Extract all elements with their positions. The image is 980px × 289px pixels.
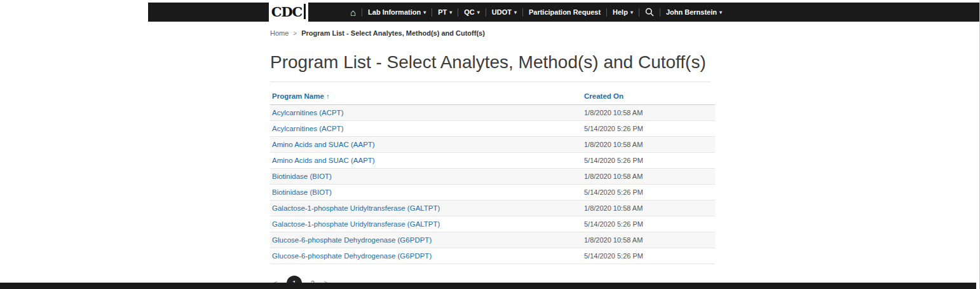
program-link[interactable]: Galactose-1-phosphate Uridyltransferase …	[272, 220, 440, 228]
table-row: Amino Acids and SUAC (AAPT) 1/8/2020 10:…	[270, 137, 715, 153]
chevron-down-icon: ▾	[449, 10, 452, 15]
nav-separator	[660, 8, 660, 17]
column-header-label: Program Name	[272, 92, 324, 100]
nav-item-qc[interactable]: QC ▾	[464, 8, 480, 16]
column-header-program-name[interactable]: Program Name ↑	[270, 86, 582, 105]
nav-user-label: John Bernstein	[666, 8, 717, 16]
breadcrumb-separator: >	[293, 30, 297, 37]
table-row: Amino Acids and SUAC (AAPT) 5/14/2020 5:…	[270, 153, 715, 169]
created-on-value: 1/8/2020 10:58 AM	[582, 232, 715, 248]
table-row: Biotinidase (BIOT) 5/14/2020 5:26 PM	[270, 185, 715, 201]
nav-separator	[486, 8, 486, 17]
table-row: Biotinidase (BIOT) 1/8/2020 10:58 AM	[270, 169, 715, 185]
cdc-logo-bar	[304, 4, 306, 19]
program-link[interactable]: Amino Acids and SUAC (AAPT)	[272, 141, 375, 148]
created-on-value: 5/14/2020 5:26 PM	[582, 121, 715, 137]
nav-separator	[522, 8, 523, 17]
program-link[interactable]: Glucose-6-phosphate Dehydrogenase (G6PDP…	[272, 252, 432, 260]
cdc-logo[interactable]: CDC	[269, 1, 308, 22]
nav-item-label: Help	[613, 8, 628, 16]
program-link[interactable]: Amino Acids and SUAC (AAPT)	[272, 157, 375, 164]
nav-item-lab-information[interactable]: Lab Information ▾	[368, 8, 426, 16]
program-link[interactable]: Acylcarnitines (ACPT)	[272, 109, 343, 116]
nav-user-menu[interactable]: John Bernstein ▾	[666, 8, 722, 16]
breadcrumb: Home > Program List - Select Analytes, M…	[270, 29, 715, 37]
cdc-logo-text: CDC	[271, 4, 303, 20]
chevron-down-icon: ▾	[477, 10, 480, 15]
breadcrumb-home-link[interactable]: Home	[270, 29, 289, 37]
table-row: Acylcarnitines (ACPT) 5/14/2020 5:26 PM	[270, 121, 715, 137]
program-link[interactable]: Glucose-6-phosphate Dehydrogenase (G6PDP…	[272, 236, 432, 244]
column-header-created-on[interactable]: Created On	[582, 86, 715, 105]
chevron-down-icon: ▾	[719, 10, 722, 15]
nav-item-help[interactable]: Help ▾	[613, 8, 633, 16]
chevron-down-icon: ▾	[514, 10, 517, 15]
chevron-down-icon: ▾	[630, 10, 633, 15]
nav-home-button[interactable]: ⌂	[350, 8, 356, 17]
created-on-value: 5/14/2020 5:26 PM	[582, 248, 715, 264]
table-row: Galactose-1-phosphate Uridyltransferase …	[270, 216, 715, 232]
home-icon: ⌂	[350, 8, 356, 17]
program-link[interactable]: Biotinidase (BIOT)	[272, 188, 332, 196]
program-link[interactable]: Biotinidase (BIOT)	[272, 173, 332, 180]
program-table: Program Name ↑ Created On Acylcarnitines…	[270, 86, 715, 264]
created-on-value: 5/14/2020 5:26 PM	[582, 185, 715, 201]
nav-item-udot[interactable]: UDOT ▾	[492, 8, 517, 16]
nav-separator	[362, 8, 362, 17]
created-on-value: 1/8/2020 10:58 AM	[582, 169, 715, 185]
breadcrumb-current: Program List - Select Analytes, Method(s…	[301, 29, 485, 37]
created-on-value: 1/8/2020 10:58 AM	[582, 137, 715, 153]
nav-item-label: UDOT	[492, 8, 512, 16]
created-on-value: 1/8/2020 10:58 AM	[582, 105, 715, 121]
main-content: Home > Program List - Select Analytes, M…	[270, 29, 715, 289]
page: { "nav": { "logo_text": "CDC", "icons": …	[0, 0, 980, 289]
chevron-down-icon: ▾	[423, 10, 426, 15]
nav-separator	[606, 8, 607, 17]
nav-separator	[639, 8, 639, 17]
table-row: Glucose-6-phosphate Dehydrogenase (G6PDP…	[270, 248, 715, 264]
created-on-value: 5/14/2020 5:26 PM	[582, 153, 715, 169]
nav-item-label: QC	[464, 8, 475, 16]
nav-item-label: Lab Information	[368, 8, 421, 16]
program-link[interactable]: Galactose-1-phosphate Uridyltransferase …	[272, 204, 440, 212]
page-title: Program List - Select Analytes, Method(s…	[270, 52, 715, 73]
top-nav-bar: CDC ⌂ Lab Information ▾ PT ▾ QC ▾ UDOT ▾…	[148, 3, 979, 22]
title-divider	[270, 81, 711, 82]
nav-item-pt[interactable]: PT ▾	[438, 8, 452, 16]
nav-separator	[432, 8, 432, 17]
table-row: Acylcarnitines (ACPT) 1/8/2020 10:58 AM	[270, 105, 715, 121]
table-row: Galactose-1-phosphate Uridyltransferase …	[270, 201, 715, 216]
search-icon	[645, 8, 654, 17]
program-link[interactable]: Acylcarnitines (ACPT)	[272, 125, 343, 132]
footer-bar	[0, 283, 976, 289]
nav-menu: ⌂ Lab Information ▾ PT ▾ QC ▾ UDOT ▾ Par…	[350, 8, 722, 17]
nav-item-participation-request[interactable]: Participation Request	[529, 8, 601, 16]
sort-ascending-icon: ↑	[326, 92, 330, 100]
created-on-value: 1/8/2020 10:58 AM	[582, 201, 715, 216]
nav-separator	[458, 8, 458, 17]
created-on-value: 5/14/2020 5:26 PM	[582, 216, 715, 232]
search-button[interactable]	[645, 8, 654, 17]
nav-item-label: Participation Request	[529, 8, 601, 16]
table-header-row: Program Name ↑ Created On	[270, 86, 715, 105]
nav-item-label: PT	[438, 8, 447, 16]
table-row: Glucose-6-phosphate Dehydrogenase (G6PDP…	[270, 232, 715, 248]
